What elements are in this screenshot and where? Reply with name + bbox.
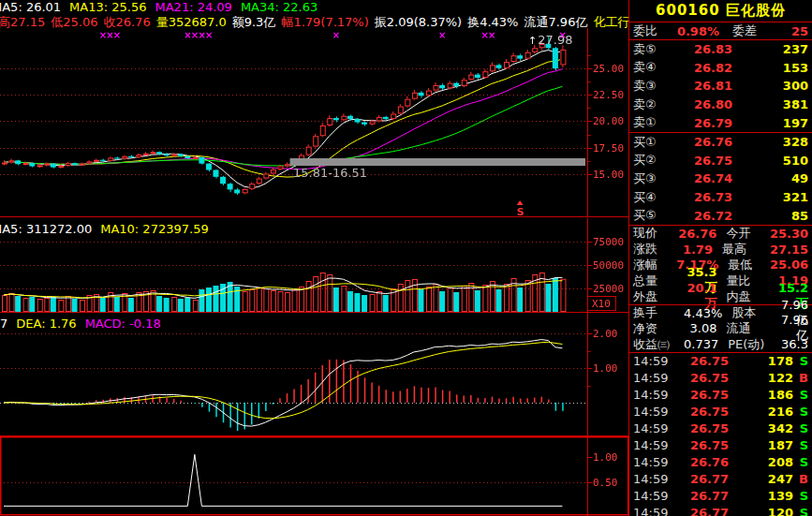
weicha-label: 委差 xyxy=(732,22,774,39)
tick-price: 26.76 xyxy=(674,455,729,469)
tick-time: 14:59 xyxy=(633,455,674,469)
stat-label: 量比 xyxy=(727,273,775,289)
tick-direction: S xyxy=(793,506,808,516)
tick-volume: 186 xyxy=(729,388,793,402)
tick-price: 26.75 xyxy=(674,354,729,368)
buy-level-row[interactable]: 买④26.73321 xyxy=(629,188,812,207)
sell-level-row[interactable]: 卖②26.80381 xyxy=(629,96,812,114)
tick-volume: 342 xyxy=(729,421,793,435)
buy-queue: 买①26.76328买②26.75510买③26.7449买④26.73321买… xyxy=(629,133,812,225)
price-candlestick-chart[interactable] xyxy=(0,28,629,217)
level-price: 26.83 xyxy=(672,42,732,56)
sell-level-row[interactable]: 卖①26.79197 xyxy=(629,113,812,132)
tick-time: 14:59 xyxy=(633,405,674,419)
tick-price: 26.75 xyxy=(674,388,729,402)
level2-quote-panel: 600160 巨化股份 委比 0.98% 委差 25 卖⑤26.83237卖④2… xyxy=(629,0,812,516)
level-qty: 381 xyxy=(732,97,808,111)
tick-direction: S xyxy=(793,455,808,469)
level-price: 26.74 xyxy=(672,171,732,185)
header-segment: MA34: 22.63 xyxy=(241,0,317,14)
stat-value: 26.76 xyxy=(678,227,716,241)
tick-time: 14:59 xyxy=(633,472,674,486)
header-segment: MA13: 25.56 xyxy=(69,0,146,14)
tick-price: 26.75 xyxy=(674,421,729,435)
stat-label: 最低 xyxy=(728,257,770,273)
level-label: 买③ xyxy=(633,170,672,187)
sell-level-row[interactable]: 卖③26.81300 xyxy=(629,77,812,96)
tick-direction: S xyxy=(793,405,808,419)
stat-label: 涨幅 xyxy=(633,257,676,273)
stat-label: 换手 xyxy=(633,304,684,321)
tick-direction: B xyxy=(793,472,808,486)
tick-row[interactable]: 14:5926.76208S xyxy=(629,454,812,471)
sell-level-row[interactable]: 卖④26.82153 xyxy=(629,59,812,78)
header-segment: 幅1.79(7.17%) xyxy=(281,15,368,29)
time-sales-list: 14:5926.75178S14:5926.75122B14:5926.7518… xyxy=(629,353,812,516)
level-price: 26.82 xyxy=(672,61,732,75)
stat-label: 最高 xyxy=(722,241,770,258)
tick-direction: S xyxy=(793,489,808,503)
stat-label: 净资 xyxy=(633,320,684,337)
sell-queue: 卖⑤26.83237卖④26.82153卖③26.81300卖②26.80381… xyxy=(629,40,812,132)
volume-chart[interactable] xyxy=(0,218,629,312)
up-arrow-icon: ↑ xyxy=(528,35,537,47)
high-price-annotation: ↑27.98 xyxy=(528,33,572,47)
level-qty: 49 xyxy=(732,171,808,185)
level-price: 26.76 xyxy=(672,135,732,149)
tick-volume: 122 xyxy=(729,371,793,385)
macd-chart[interactable] xyxy=(0,313,629,435)
tick-direction: S xyxy=(793,388,808,402)
level-qty: 237 xyxy=(732,42,808,56)
tick-volume: 187 xyxy=(729,438,793,452)
weicha-value: 25 xyxy=(774,24,808,38)
chart-area: MA5: 26.01MA13: 25.56MA21: 24.09MA34: 22… xyxy=(0,0,629,516)
stat-label: PE(动) xyxy=(728,336,776,353)
stat-value: 4.43% xyxy=(684,306,722,320)
weibi-label: 委比 xyxy=(633,22,671,39)
tick-time: 14:59 xyxy=(633,506,674,516)
signal-indicator-chart[interactable] xyxy=(0,436,629,516)
header-segment: 低25.06 xyxy=(51,15,97,29)
stat-row: 现价26.76今开25.30 xyxy=(629,226,812,242)
tick-row[interactable]: 14:5926.75216S xyxy=(629,404,812,420)
buy-level-row[interactable]: 买①26.76328 xyxy=(629,133,812,152)
stat-label: 涨跌 xyxy=(633,241,683,258)
tick-time: 14:59 xyxy=(633,438,674,452)
tick-row[interactable]: 14:5926.75186S xyxy=(629,387,812,404)
buy-level-row[interactable]: 买⑤26.7285 xyxy=(629,206,812,225)
level-qty: 85 xyxy=(732,209,808,223)
level-label: 买② xyxy=(633,152,672,169)
stat-value: 0.737 xyxy=(684,337,718,351)
level-label: 卖② xyxy=(633,96,672,113)
level-qty: 153 xyxy=(732,61,808,75)
tick-row[interactable]: 14:5926.77247B xyxy=(629,471,812,488)
sell-level-row[interactable]: 卖⑤26.83237 xyxy=(629,40,812,59)
stat-label: 总量 xyxy=(633,273,684,289)
tick-row[interactable]: 14:5926.75187S xyxy=(629,437,812,454)
tick-row[interactable]: 14:5926.75122B xyxy=(629,370,812,387)
tick-row[interactable]: 14:5926.75342S xyxy=(629,420,812,437)
tick-row[interactable]: 14:5926.77120S xyxy=(629,505,812,516)
tick-time: 14:59 xyxy=(633,388,674,402)
level-price: 26.73 xyxy=(672,190,732,204)
fundamental-section: 换手4.43%股本7.96亿净资3.08流通7.96亿收益㈢0.737PE(动)… xyxy=(629,305,812,352)
tick-price: 26.77 xyxy=(674,506,729,516)
stat-label: 现价 xyxy=(633,225,678,242)
buy-level-row[interactable]: 买③26.7449 xyxy=(629,170,812,188)
quote-summary-header: 高27.15低25.06收26.76量352687.0额9.3亿幅1.79(7.… xyxy=(0,15,629,29)
level-label: 买① xyxy=(633,134,672,151)
fundamental-row: 收益㈢0.737PE(动)36.3 xyxy=(629,336,812,352)
level-price: 26.81 xyxy=(672,79,732,93)
tick-row[interactable]: 14:5926.75178S xyxy=(629,353,812,370)
buy-level-row[interactable]: 买②26.75510 xyxy=(629,152,812,170)
tick-time: 14:59 xyxy=(633,489,674,503)
tick-price: 26.77 xyxy=(674,489,729,503)
stat-value: 3.08 xyxy=(684,321,717,335)
weibi-value: 0.98% xyxy=(671,24,719,38)
tick-row[interactable]: 14:5926.77139S xyxy=(629,488,812,505)
stat-label: 收益㈢ xyxy=(633,336,684,353)
header-segment: 额9.3亿 xyxy=(232,15,276,29)
level-price: 26.75 xyxy=(672,154,732,168)
tick-direction: B xyxy=(793,371,808,385)
stat-value: 27.15 xyxy=(770,243,808,257)
